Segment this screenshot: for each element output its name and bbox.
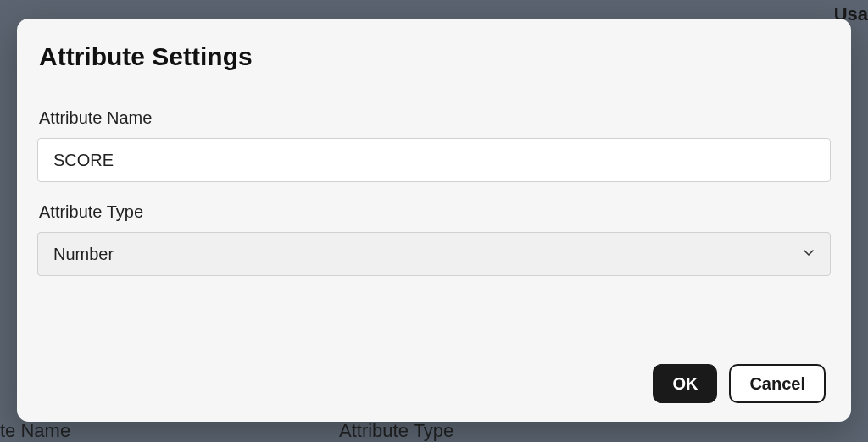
attribute-name-input[interactable] xyxy=(37,138,831,182)
attribute-type-label: Attribute Type xyxy=(39,202,831,222)
ok-button[interactable]: OK xyxy=(653,364,717,403)
attribute-name-label: Attribute Name xyxy=(39,108,831,128)
attribute-type-select[interactable]: Number xyxy=(37,232,831,276)
dialog-title: Attribute Settings xyxy=(39,42,831,71)
attribute-settings-dialog: Attribute Settings Attribute Name Attrib… xyxy=(17,19,851,422)
dialog-footer: OK Cancel xyxy=(37,364,831,405)
background-column-header: Attribute Type xyxy=(339,420,453,442)
background-column-header: te Name xyxy=(0,420,70,442)
cancel-button[interactable]: Cancel xyxy=(729,364,826,403)
